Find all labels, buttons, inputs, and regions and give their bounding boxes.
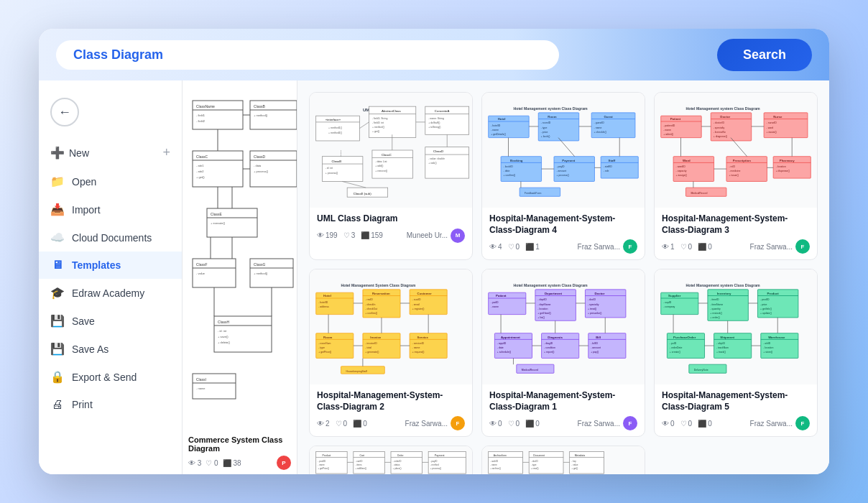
search-button[interactable]: Search (717, 39, 812, 71)
card-title: Hospital-Management-System-Class-Diagram… (489, 390, 637, 412)
svg-text:- value: - value (571, 463, 578, 466)
svg-text:+ toString(): + toString() (428, 126, 440, 129)
template-card-hospital-1[interactable]: Hotel Management system Class Diagram Pa… (481, 269, 645, 437)
svg-text:- archID: - archID (490, 460, 499, 463)
sidebar-item-save[interactable]: 💾 Save (39, 307, 182, 335)
template-card-commerce[interactable]: Product - prodID - name + getPrice() Car… (309, 446, 473, 474)
back-button[interactable]: ← (50, 98, 79, 126)
svg-text:- name: - name (196, 387, 206, 390)
svg-text:+ process(): + process() (556, 175, 568, 177)
svg-text:- hotelID: - hotelID (318, 301, 328, 304)
svg-text:+ doStuff(): + doStuff() (428, 121, 440, 124)
svg-text:+ request(): + request() (412, 351, 425, 354)
svg-text:+ get(): + get() (372, 130, 379, 133)
views-stat: 👁 0 (489, 420, 502, 428)
svg-text:- patID: - patID (491, 301, 499, 304)
sidebar-item-cloud[interactable]: ☁️ Cloud Documents (39, 223, 182, 251)
template-card-hospital-2[interactable]: Hotel Management System Class Diagram Ho… (309, 269, 473, 437)
sidebar-item-label: Open (72, 176, 96, 188)
svg-text:- roomNum: - roomNum (318, 343, 331, 346)
svg-text:- licenseNo: - licenseNo (714, 131, 726, 134)
main-area: ← ➕ New + 📁 Open 📥 Import ☁️ Cloud Docum… (39, 80, 829, 474)
svg-text:Payment: Payment (435, 454, 445, 457)
svg-text:- wardID: - wardID (676, 165, 686, 168)
svg-text:Prescription: Prescription (733, 159, 752, 162)
author-avatar: F (795, 239, 810, 254)
svg-text:- address: - address (318, 305, 329, 308)
svg-text:- name: - name (490, 463, 497, 466)
svg-text:- type: - type (531, 463, 537, 466)
svg-text:ConcreteA: ConcreteA (435, 109, 450, 113)
template-card-uml-partial[interactable]: ArchiveItem - archID - name + archive() … (481, 446, 645, 474)
svg-text:- rxID: - rxID (729, 165, 735, 168)
svg-text:Shipment: Shipment (720, 336, 734, 339)
new-icon: ➕ (50, 146, 65, 160)
import-icon: 📥 (50, 203, 65, 216)
svg-text:+ prescribe(): + prescribe() (588, 312, 602, 315)
template-card-hospital-3[interactable]: Hotel Management system Class Diagram Pa… (654, 92, 818, 260)
svg-text:- amount: - amount (591, 347, 601, 350)
svg-text:- location: - location (776, 165, 786, 168)
svg-text:- itemID: - itemID (710, 299, 719, 302)
svg-text:- shipID: - shipID (716, 343, 725, 346)
sidebar-item-label: Save (72, 315, 95, 327)
uml-diagram-svg: UML Class Diagram «interface» + method1(… (310, 93, 472, 208)
card-image-hospital-5: Hotel Management system Class Diagram Su… (655, 269, 817, 384)
left-partial-panel: ClassName - field1 - field2 ClassB + met… (183, 80, 297, 474)
svg-text:ClassE (sub): ClassE (sub) (354, 192, 371, 195)
sidebar-item-academy[interactable]: 🎓 Edraw Academy (39, 279, 182, 307)
likes-stat: ♡ 0 (508, 243, 520, 251)
svg-text:- resID: - resID (365, 299, 373, 302)
comments-stat: ⬛ 0 (525, 420, 540, 428)
svg-text:Order: Order (397, 454, 405, 457)
author-name: Fraz Sarwa... (578, 420, 620, 428)
svg-text:- value: - value (196, 272, 206, 275)
svg-text:+ process(): + process() (326, 172, 338, 175)
sidebar-item-import[interactable]: 📥 Import (39, 195, 182, 223)
author-area: Fraz Sarwa... F (578, 239, 637, 254)
svg-text:+ remove(): + remove() (375, 170, 387, 172)
sidebar-item-new[interactable]: ➕ New + (39, 138, 182, 167)
sidebar-item-saveas[interactable]: 💾 Save As (39, 335, 182, 363)
svg-text:- supID: - supID (663, 301, 672, 304)
svg-text:+ store(): + store() (763, 351, 772, 354)
svg-text:+ confirm(): + confirm() (504, 175, 516, 177)
template-card-hospital-4[interactable]: Hotel Management system Class Diagram Ho… (481, 92, 645, 260)
saveas-icon: 💾 (50, 342, 65, 356)
sidebar-item-print[interactable]: 🖨 Print (39, 391, 182, 418)
svg-text:- deptID: - deptID (537, 299, 547, 302)
svg-text:- poID: - poID (670, 343, 677, 346)
svg-text:- capacity: - capacity (676, 170, 687, 172)
template-card-hospital-5[interactable]: Hotel Management system Class Diagram Su… (654, 269, 818, 437)
svg-text:Hotel: Hotel (323, 294, 331, 297)
svg-text:- name: - name (491, 305, 499, 308)
sidebar-item-open[interactable]: 📁 Open (39, 167, 182, 195)
sidebar-item-templates[interactable]: 🖥 Templates (39, 251, 182, 279)
author-name: Fraz Sarwa... (578, 243, 620, 251)
content-area[interactable]: UML Class Diagram «interface» + method1(… (297, 80, 829, 474)
svg-text:- medicine: - medicine (729, 170, 740, 172)
svg-text:- whID: - whID (763, 343, 771, 346)
export-icon: 🔒 (50, 370, 65, 384)
template-card-uml[interactable]: UML Class Diagram «interface» + method1(… (309, 92, 473, 260)
svg-text:Warehouse: Warehouse (768, 336, 785, 339)
svg-text:- type: - type (318, 347, 325, 350)
sidebar-item-label: Templates (72, 259, 121, 271)
card-title: Hospital-Management-System-Class-Diagram… (662, 213, 810, 236)
svg-text:- cartID: - cartID (355, 460, 363, 463)
sidebar-item-export[interactable]: 🔒 Export & Send (39, 363, 182, 391)
author-area: Fraz Sarwa... F (578, 416, 637, 430)
svg-rect-219 (363, 333, 400, 359)
search-input[interactable] (56, 40, 559, 70)
card-image-hospital-4: Hotel Management system Class Diagram Ho… (482, 93, 645, 208)
sidebar-item-label: Print (72, 399, 93, 410)
svg-text:- role: - role (604, 170, 609, 172)
svg-text:Invoice: Invoice (370, 336, 382, 339)
left-partial-diagram: ClassName - field1 - field2 ClassB + met… (185, 86, 297, 417)
partial-card-stats: 👁 3 ♡ 0 ⬛ 38 (188, 459, 241, 467)
svg-text:ClassE: ClassE (211, 212, 223, 216)
svg-text:+ report(): + report() (544, 351, 554, 354)
svg-text:ArchiveItem: ArchiveItem (494, 454, 507, 457)
svg-text:+ assign(): + assign() (676, 175, 687, 177)
author-name: Fraz Sarwa... (750, 243, 793, 251)
